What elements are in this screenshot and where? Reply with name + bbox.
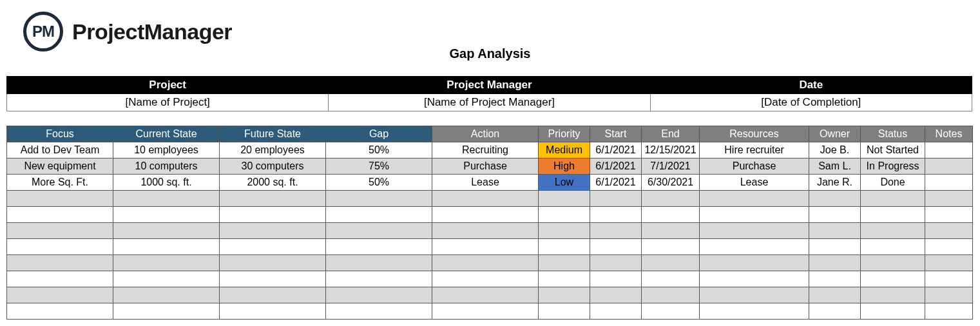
cell-action[interactable] — [432, 303, 539, 320]
cell-current[interactable]: 1000 sq. ft. — [113, 175, 220, 191]
cell-status[interactable] — [861, 271, 925, 287]
cell-owner[interactable] — [809, 191, 861, 207]
cell-action[interactable] — [432, 191, 539, 207]
cell-current[interactable] — [113, 191, 220, 207]
cell-focus[interactable]: Add to Dev Team — [7, 142, 113, 158]
cell-start[interactable] — [590, 255, 642, 271]
cell-future[interactable]: 2000 sq. ft. — [220, 175, 326, 191]
cell-action[interactable]: Lease — [432, 175, 539, 191]
cell-gap[interactable] — [326, 255, 432, 271]
cell-action[interactable] — [432, 255, 539, 271]
cell-owner[interactable]: Joe B. — [809, 142, 861, 158]
cell-end[interactable] — [642, 191, 700, 207]
cell-end[interactable]: 6/30/2021 — [642, 175, 700, 191]
cell-priority[interactable] — [539, 255, 590, 271]
cell-focus[interactable] — [7, 303, 113, 320]
cell-future[interactable] — [220, 191, 326, 207]
cell-notes[interactable] — [925, 158, 973, 175]
cell-start[interactable]: 6/1/2021 — [590, 175, 642, 191]
cell-notes[interactable] — [925, 191, 973, 207]
cell-resources[interactable]: Hire recruiter — [700, 142, 809, 158]
cell-resources[interactable] — [700, 191, 809, 207]
cell-owner[interactable] — [809, 223, 861, 239]
cell-future[interactable] — [220, 255, 326, 271]
cell-resources[interactable]: Purchase — [700, 158, 809, 175]
meta-cell-manager[interactable]: [Name of Project Manager] — [329, 94, 650, 111]
cell-future[interactable] — [220, 223, 326, 239]
cell-owner[interactable] — [809, 287, 861, 303]
cell-focus[interactable] — [7, 271, 113, 287]
cell-current[interactable] — [113, 223, 220, 239]
cell-current[interactable] — [113, 271, 220, 287]
cell-status[interactable] — [861, 303, 925, 320]
cell-owner[interactable] — [809, 207, 861, 223]
cell-current[interactable] — [113, 207, 220, 223]
cell-resources[interactable] — [700, 303, 809, 320]
cell-start[interactable]: 6/1/2021 — [590, 158, 642, 175]
cell-end[interactable]: 12/15/2021 — [642, 142, 700, 158]
cell-resources[interactable] — [700, 287, 809, 303]
cell-notes[interactable] — [925, 223, 973, 239]
cell-notes[interactable] — [925, 255, 973, 271]
cell-gap[interactable] — [326, 287, 432, 303]
cell-status[interactable] — [861, 255, 925, 271]
cell-gap[interactable] — [326, 191, 432, 207]
cell-action[interactable] — [432, 207, 539, 223]
cell-start[interactable] — [590, 239, 642, 255]
cell-status[interactable] — [861, 207, 925, 223]
cell-resources[interactable] — [700, 255, 809, 271]
cell-action[interactable] — [432, 287, 539, 303]
cell-focus[interactable] — [7, 255, 113, 271]
cell-gap[interactable]: 75% — [326, 158, 432, 175]
cell-gap[interactable] — [326, 271, 432, 287]
cell-end[interactable] — [642, 255, 700, 271]
cell-owner[interactable] — [809, 271, 861, 287]
cell-status[interactable] — [861, 191, 925, 207]
cell-resources[interactable] — [700, 239, 809, 255]
cell-gap[interactable] — [326, 239, 432, 255]
cell-current[interactable] — [113, 255, 220, 271]
cell-owner[interactable] — [809, 303, 861, 320]
cell-future[interactable] — [220, 239, 326, 255]
cell-gap[interactable]: 50% — [326, 142, 432, 158]
cell-notes[interactable] — [925, 303, 973, 320]
cell-focus[interactable]: New equipment — [7, 158, 113, 175]
cell-future[interactable] — [220, 303, 326, 320]
cell-status[interactable] — [861, 239, 925, 255]
cell-resources[interactable] — [700, 207, 809, 223]
cell-end[interactable] — [642, 271, 700, 287]
cell-end[interactable] — [642, 207, 700, 223]
cell-action[interactable]: Recruiting — [432, 142, 539, 158]
cell-priority[interactable] — [539, 207, 590, 223]
cell-focus[interactable]: More Sq. Ft. — [7, 175, 113, 191]
cell-priority[interactable]: High — [539, 158, 590, 175]
cell-notes[interactable] — [925, 175, 973, 191]
cell-resources[interactable] — [700, 223, 809, 239]
cell-owner[interactable]: Sam L. — [809, 158, 861, 175]
cell-future[interactable] — [220, 287, 326, 303]
cell-future[interactable] — [220, 207, 326, 223]
cell-future[interactable]: 20 employees — [220, 142, 326, 158]
cell-end[interactable]: 7/1/2021 — [642, 158, 700, 175]
cell-focus[interactable] — [7, 223, 113, 239]
cell-future[interactable]: 30 computers — [220, 158, 326, 175]
cell-gap[interactable] — [326, 223, 432, 239]
cell-priority[interactable] — [539, 303, 590, 320]
cell-start[interactable] — [590, 287, 642, 303]
cell-action[interactable] — [432, 239, 539, 255]
cell-notes[interactable] — [925, 271, 973, 287]
cell-notes[interactable] — [925, 142, 973, 158]
cell-current[interactable] — [113, 287, 220, 303]
cell-notes[interactable] — [925, 207, 973, 223]
cell-resources[interactable] — [700, 271, 809, 287]
cell-owner[interactable] — [809, 255, 861, 271]
cell-start[interactable] — [590, 271, 642, 287]
cell-notes[interactable] — [925, 239, 973, 255]
cell-priority[interactable] — [539, 223, 590, 239]
cell-start[interactable] — [590, 191, 642, 207]
cell-start[interactable] — [590, 207, 642, 223]
cell-current[interactable]: 10 computers — [113, 158, 220, 175]
cell-end[interactable] — [642, 239, 700, 255]
meta-cell-date[interactable]: [Date of Completion] — [650, 94, 972, 111]
cell-priority[interactable]: Low — [539, 175, 590, 191]
